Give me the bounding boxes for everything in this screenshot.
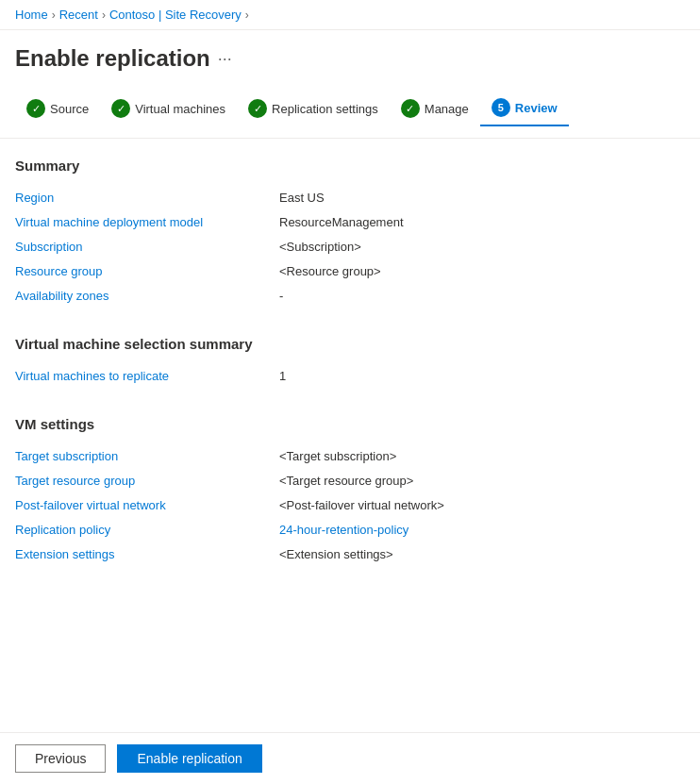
breadcrumb-home[interactable]: Home (15, 8, 48, 22)
summary-value-resource-group: <Resource group> (279, 264, 381, 278)
vm-settings-label-vnet[interactable]: Post-failover virtual network (15, 498, 279, 512)
step-label-vm: Virtual machines (135, 102, 225, 116)
vm-settings-title: VM settings (15, 416, 685, 432)
step-label-manage: Manage (425, 102, 469, 116)
footer: Previous Enable replication (0, 732, 700, 784)
breadcrumb-sep-3: › (245, 8, 249, 22)
vm-settings-label-target-rg[interactable]: Target resource group (15, 474, 279, 488)
summary-value-subscription: <Subscription> (279, 240, 361, 254)
summary-value-region: East US (279, 191, 325, 205)
step-replication-settings[interactable]: ✓ Replication settings (237, 92, 390, 125)
content-area: Summary Region East US Virtual machine d… (0, 139, 700, 613)
step-check-source: ✓ (26, 99, 45, 118)
breadcrumb-sep-1: › (52, 8, 56, 22)
step-virtual-machines[interactable]: ✓ Virtual machines (100, 92, 237, 125)
summary-label-subscription[interactable]: Subscription (15, 240, 279, 254)
vm-selection-value: 1 (279, 369, 286, 383)
vm-settings-value-ext: <Extension settings> (279, 547, 393, 561)
vm-selection-row: Virtual machines to replicate 1 (15, 365, 685, 390)
summary-row-deployment: Virtual machine deployment model Resourc… (15, 211, 685, 236)
previous-button[interactable]: Previous (15, 744, 106, 773)
summary-section: Summary Region East US Virtual machine d… (15, 158, 685, 309)
summary-title: Summary (15, 158, 685, 174)
step-check-rep: ✓ (248, 99, 267, 118)
vm-settings-label-target-sub[interactable]: Target subscription (15, 449, 279, 463)
breadcrumb-sep-2: › (102, 8, 106, 22)
summary-value-deployment: ResourceManagement (279, 215, 404, 229)
step-check-vm: ✓ (111, 99, 130, 118)
page-header: Enable replication ··· (0, 30, 700, 79)
step-label-review: Review (515, 101, 558, 115)
summary-label-resource-group[interactable]: Resource group (15, 264, 279, 278)
vm-settings-value-target-sub: <Target subscription> (279, 449, 396, 463)
step-source[interactable]: ✓ Source (15, 92, 100, 125)
page-menu-icon[interactable]: ··· (218, 49, 232, 69)
summary-row-subscription: Subscription <Subscription> (15, 236, 685, 260)
vm-settings-label-policy[interactable]: Replication policy (15, 523, 279, 537)
summary-row-resource-group: Resource group <Resource group> (15, 260, 685, 285)
vm-settings-row-vnet: Post-failover virtual network <Post-fail… (15, 494, 685, 519)
step-number-review: 5 (492, 98, 510, 117)
step-manage[interactable]: ✓ Manage (390, 92, 480, 125)
steps-bar: ✓ Source ✓ Virtual machines ✓ Replicatio… (0, 79, 700, 139)
breadcrumb-recent[interactable]: Recent (59, 8, 98, 22)
summary-row-az: Availability zones - (15, 285, 685, 309)
vm-settings-row-target-rg: Target resource group <Target resource g… (15, 470, 685, 494)
summary-label-az[interactable]: Availability zones (15, 289, 279, 303)
summary-label-deployment[interactable]: Virtual machine deployment model (15, 215, 279, 229)
summary-value-az: - (279, 289, 283, 303)
vm-selection-title: Virtual machine selection summary (15, 336, 685, 352)
step-label-rep: Replication settings (272, 102, 378, 116)
page-title: Enable replication (15, 45, 210, 72)
vm-settings-row-target-sub: Target subscription <Target subscription… (15, 445, 685, 470)
vm-selection-label[interactable]: Virtual machines to replicate (15, 369, 279, 383)
vm-settings-value-target-rg: <Target resource group> (279, 474, 413, 488)
breadcrumb-contoso[interactable]: Contoso | Site Recovery (109, 8, 242, 22)
vm-settings-section: VM settings Target subscription <Target … (15, 416, 685, 568)
vm-settings-row-ext: Extension settings <Extension settings> (15, 543, 685, 568)
step-check-manage: ✓ (401, 99, 420, 118)
step-review[interactable]: 5 Review (480, 91, 569, 126)
vm-settings-value-vnet: <Post-failover virtual network> (279, 498, 444, 512)
vm-settings-value-policy[interactable]: 24-hour-retention-policy (279, 523, 408, 537)
vm-settings-label-ext[interactable]: Extension settings (15, 547, 279, 561)
summary-label-region[interactable]: Region (15, 191, 279, 205)
vm-selection-section: Virtual machine selection summary Virtua… (15, 336, 685, 390)
summary-row-region: Region East US (15, 187, 685, 211)
enable-replication-button[interactable]: Enable replication (117, 744, 261, 773)
step-label-source: Source (50, 102, 89, 116)
vm-settings-row-policy: Replication policy 24-hour-retention-pol… (15, 519, 685, 543)
breadcrumb: Home › Recent › Contoso | Site Recovery … (0, 0, 700, 30)
